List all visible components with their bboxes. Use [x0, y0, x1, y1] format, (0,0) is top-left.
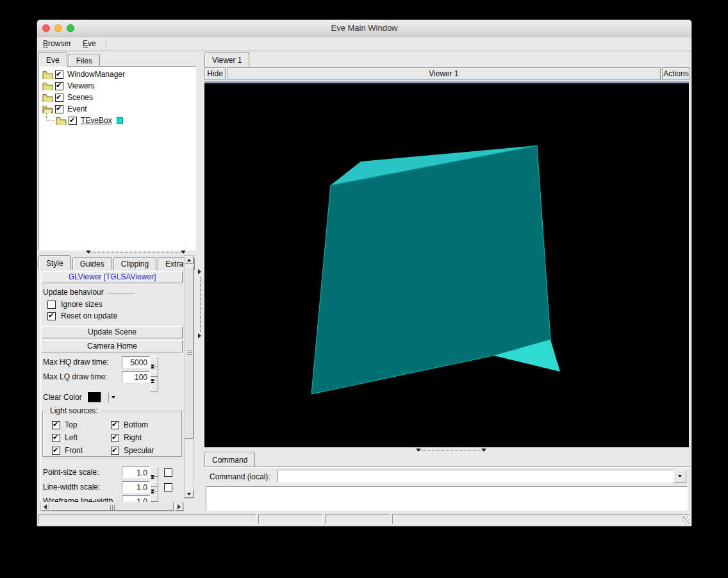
- item-color-swatch[interactable]: [117, 117, 123, 124]
- light-front-checkbox[interactable]: [52, 447, 60, 455]
- status-section: [325, 514, 390, 524]
- scrollbar-thumb[interactable]: [185, 266, 194, 439]
- point-size-spinbox: 1.0: [122, 467, 158, 478]
- point-size-checkbox[interactable]: [164, 468, 172, 477]
- max-lq-value[interactable]: 100: [122, 371, 150, 383]
- tab-eve[interactable]: Eve: [38, 52, 67, 67]
- tab-clipping[interactable]: Clipping: [113, 257, 156, 270]
- ignore-sizes-checkbox[interactable]: [47, 301, 56, 309]
- light-left-checkbox[interactable]: [52, 434, 60, 442]
- reset-on-update-checkbox[interactable]: [47, 312, 56, 320]
- tab-style[interactable]: Style: [38, 255, 71, 270]
- tree-row-event[interactable]: Event: [39, 103, 195, 115]
- menu-divider: [106, 37, 107, 51]
- spin-up-button[interactable]: [150, 495, 158, 502]
- tree-checkbox[interactable]: [55, 94, 63, 102]
- gl-viewport[interactable]: [204, 81, 689, 447]
- eve-tree: WindowManager Viewers Scenes Event TEveB…: [38, 66, 196, 251]
- main-vertical-splitter[interactable]: [196, 51, 204, 513]
- viewer-command-splitter[interactable]: [416, 448, 486, 452]
- viewer-highlight-strip: [204, 81, 689, 83]
- close-button[interactable]: [42, 24, 50, 32]
- tree-item-label: Scenes: [65, 93, 93, 102]
- editor-vertical-scrollbar[interactable]: [184, 255, 194, 499]
- scrollbar-thumb[interactable]: [50, 502, 174, 511]
- wireframe-value[interactable]: 1.0: [122, 495, 150, 502]
- command-dropdown-button[interactable]: [674, 470, 686, 483]
- tevebox-3d-shape: [204, 81, 689, 447]
- command-local-label: Command (local):: [210, 472, 270, 481]
- wireframe-row: Wireframe line-width 1.0: [43, 497, 183, 502]
- point-size-value[interactable]: 1.0: [122, 467, 150, 478]
- viewer-class-button[interactable]: GLViewer [TGLSAViewer]: [42, 271, 183, 283]
- tree-checkbox[interactable]: [55, 105, 63, 113]
- arrow-down-icon: [151, 379, 154, 391]
- clear-color-dropdown[interactable]: [108, 392, 115, 402]
- line-width-value[interactable]: 1.0: [122, 481, 150, 493]
- hide-button[interactable]: Hide: [204, 67, 226, 80]
- tree-item-label: TEveBox: [79, 116, 112, 125]
- thumb-grip: [110, 505, 115, 510]
- actions-button[interactable]: Actions: [662, 67, 690, 80]
- command-panel-body: Command (local):: [204, 467, 690, 513]
- arrow-up-icon: [187, 259, 191, 261]
- folder-icon: [42, 70, 53, 79]
- tab-files[interactable]: Files: [69, 54, 100, 67]
- tab-guides[interactable]: Guides: [72, 257, 112, 270]
- point-size-row: Point-size scale: 1.0: [43, 468, 183, 477]
- light-specular-row: Specular: [111, 446, 181, 455]
- tree-checkbox[interactable]: [69, 117, 77, 125]
- status-bar: [37, 514, 691, 525]
- resize-grip[interactable]: [682, 516, 690, 524]
- gl-viewer-editor-panel: Style Guides Clipping Extras GLViewer [T…: [38, 254, 196, 513]
- light-top-checkbox[interactable]: [52, 421, 60, 429]
- line-width-spinbox: 1.0: [122, 481, 158, 493]
- minimize-button[interactable]: [54, 24, 62, 32]
- ignore-sizes-row: Ignore sizes: [47, 300, 103, 309]
- scroll-down-button[interactable]: [185, 490, 194, 498]
- clear-color-swatch[interactable]: [87, 392, 101, 402]
- tree-checkbox[interactable]: [55, 82, 63, 90]
- command-input[interactable]: [277, 470, 674, 483]
- wireframe-spinbox: 1.0: [122, 495, 158, 502]
- light-right-checkbox[interactable]: [111, 434, 119, 442]
- reset-on-update-row: Reset on update: [47, 311, 117, 320]
- splitter-collapse-icon[interactable]: [416, 449, 421, 452]
- tree-item-label: Viewers: [65, 81, 94, 90]
- splitter-collapse-icon[interactable]: [481, 449, 486, 452]
- title-bar[interactable]: Eve Main Window: [37, 20, 691, 37]
- zoom-button[interactable]: [67, 24, 74, 32]
- update-scene-button[interactable]: Update Scene: [42, 326, 183, 338]
- editor-horizontal-scrollbar[interactable]: [40, 502, 184, 511]
- menu-browser[interactable]: Browser: [37, 37, 77, 50]
- splitter-collapse-icon[interactable]: [198, 333, 201, 338]
- tree-row-tevebox[interactable]: TEveBox: [39, 115, 195, 126]
- menu-eve[interactable]: Eve: [77, 37, 102, 50]
- scroll-up-button[interactable]: [185, 256, 194, 264]
- viewer-title-bar[interactable]: Viewer 1: [227, 67, 661, 80]
- tree-row-viewers[interactable]: Viewers: [39, 80, 195, 92]
- status-section: [38, 514, 256, 524]
- max-hq-value[interactable]: 5000: [122, 356, 150, 368]
- tree-row-scenes[interactable]: Scenes: [39, 92, 195, 103]
- menu-bar: Browser Eve: [37, 37, 691, 51]
- arrow-right-icon: [178, 504, 181, 509]
- scroll-right-button[interactable]: [175, 502, 183, 511]
- light-bottom-checkbox[interactable]: [111, 421, 119, 429]
- thumb-grip: [187, 351, 192, 355]
- tree-item-label: WindowManager: [65, 70, 125, 79]
- light-specular-checkbox[interactable]: [111, 447, 119, 455]
- camera-home-button[interactable]: Camera Home: [42, 340, 183, 352]
- clear-color-row: Clear Color: [43, 392, 115, 402]
- spin-down-button[interactable]: [150, 381, 158, 392]
- command-output[interactable]: [206, 486, 688, 511]
- tree-checkbox[interactable]: [55, 70, 63, 79]
- line-width-checkbox[interactable]: [164, 483, 172, 491]
- chevron-down-icon: [678, 475, 682, 477]
- tree-row-windowmanager[interactable]: WindowManager: [39, 69, 195, 80]
- splitter-collapse-icon[interactable]: [198, 269, 201, 274]
- tab-viewer-1[interactable]: Viewer 1: [204, 52, 249, 67]
- tab-command[interactable]: Command: [204, 452, 255, 467]
- scroll-left-button[interactable]: [41, 502, 49, 511]
- status-section: [258, 514, 323, 524]
